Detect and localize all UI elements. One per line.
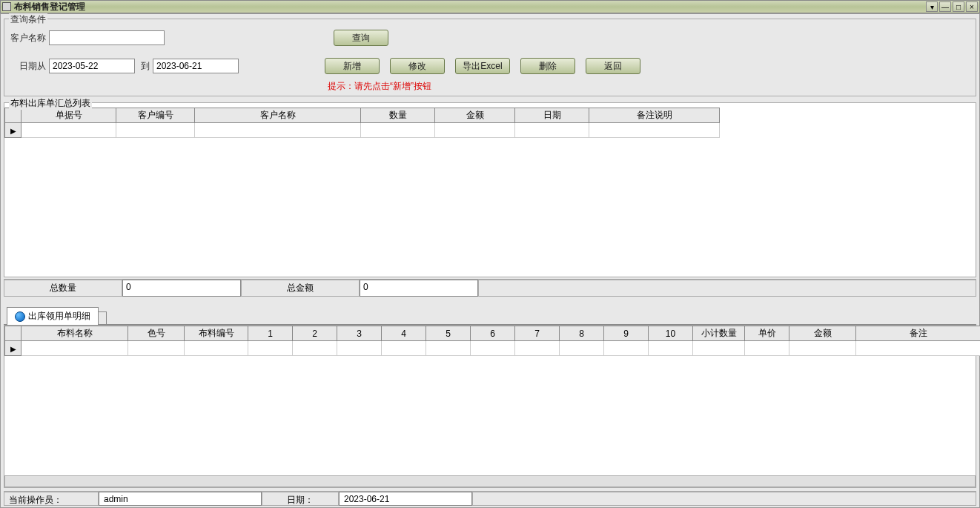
globe-icon: [15, 311, 25, 322]
detail-grid-body[interactable]: [4, 356, 976, 475]
current-row-arrow-icon: ▶: [10, 345, 16, 353]
close-button[interactable]: ×: [966, 1, 978, 12]
date-to-label: 到: [141, 60, 150, 73]
current-row-arrow-icon: ▶: [10, 127, 16, 135]
col-1[interactable]: 1: [248, 326, 293, 341]
table-row[interactable]: ▶: [5, 123, 720, 138]
total-amount-value: 0: [360, 280, 478, 297]
tab-outbound-detail[interactable]: 出库领用单明细: [7, 307, 99, 325]
col-price[interactable]: 单价: [745, 326, 789, 341]
hint-text: 提示：请先点击“新增”按钮: [328, 79, 976, 96]
col-7[interactable]: 7: [515, 326, 560, 341]
total-amount-label: 总金额: [241, 280, 360, 297]
col-cust-name[interactable]: 客户名称: [195, 108, 361, 123]
col-qty[interactable]: 数量: [361, 108, 435, 123]
col-5[interactable]: 5: [426, 326, 471, 341]
search-legend: 查询条件: [9, 13, 47, 26]
col-doc-no[interactable]: 单据号: [21, 108, 116, 123]
col-fabric-no[interactable]: 布料编号: [185, 326, 248, 341]
status-bar: 当前操作员： admin 日期： 2023-06-21: [4, 491, 976, 506]
horizontal-scrollbar[interactable]: [4, 475, 976, 487]
col-6[interactable]: 6: [471, 326, 515, 341]
customer-name-label: 客户名称: [10, 32, 46, 44]
status-operator-label: 当前操作员：: [4, 492, 99, 506]
totals-row: 总数量 0 总金额 0: [4, 279, 976, 297]
search-panel: 查询条件 客户名称 查询 日期从 到 新增 修改 导出Excel 删除 返回 提…: [4, 19, 976, 96]
row-header-corner: [5, 108, 21, 123]
date-from-label: 日期从: [19, 60, 46, 73]
row-indicator: ▶: [5, 341, 21, 356]
table-row[interactable]: ▶: [5, 341, 981, 356]
col-color-no[interactable]: 色号: [128, 326, 185, 341]
col-amount[interactable]: 金额: [435, 108, 515, 123]
minimize-button[interactable]: —: [939, 1, 951, 12]
col-3[interactable]: 3: [337, 326, 382, 341]
col-fabric-name[interactable]: 布料名称: [21, 326, 128, 341]
col-remark[interactable]: 备注说明: [589, 108, 720, 123]
total-qty-value: 0: [122, 280, 241, 297]
col-date[interactable]: 日期: [515, 108, 589, 123]
summary-grid-legend: 布料出库单汇总列表: [9, 97, 92, 110]
tab-label: 出库领用单明细: [28, 310, 90, 323]
col-2[interactable]: 2: [293, 326, 337, 341]
summary-grid-body[interactable]: [4, 138, 976, 277]
detail-grid-panel: 布料名称 色号 布料编号 1 2 3 4 5 6 7 8 9 10 小计数量 单…: [4, 325, 976, 488]
window-title: 布料销售登记管理: [14, 1, 85, 13]
status-date-value: 2023-06-21: [339, 492, 472, 506]
status-operator-value: admin: [99, 492, 262, 506]
col-subtotal[interactable]: 小计数量: [693, 326, 745, 341]
summary-grid-header: 单据号 客户编号 客户名称 数量 金额 日期 备注说明 ▶: [4, 108, 720, 138]
col-cust-no[interactable]: 客户编号: [116, 108, 195, 123]
row-indicator: ▶: [5, 123, 21, 138]
col-4[interactable]: 4: [382, 326, 426, 341]
query-button[interactable]: 查询: [334, 30, 388, 46]
back-button[interactable]: 返回: [586, 58, 640, 74]
window-titlebar[interactable]: 布料销售登记管理 ▾ — □ ×: [0, 0, 980, 13]
customer-name-input[interactable]: [49, 30, 165, 45]
date-to-input[interactable]: [153, 59, 239, 73]
date-from-input[interactable]: [49, 59, 135, 73]
total-qty-label: 总数量: [4, 280, 122, 297]
col-detail-amount[interactable]: 金额: [789, 326, 856, 341]
summary-grid-panel: 布料出库单汇总列表 单据号 客户编号 客户名称 数量 金额 日期 备注说明 ▶: [4, 102, 976, 277]
delete-button[interactable]: 删除: [520, 58, 575, 74]
edit-button[interactable]: 修改: [390, 58, 445, 74]
status-date-label: 日期：: [262, 492, 339, 506]
add-button[interactable]: 新增: [325, 58, 380, 74]
maximize-button[interactable]: □: [953, 1, 964, 12]
col-10[interactable]: 10: [649, 326, 693, 341]
col-detail-remark[interactable]: 备注: [856, 326, 981, 341]
detail-grid-header: 布料名称 色号 布料编号 1 2 3 4 5 6 7 8 9 10 小计数量 单…: [4, 326, 980, 356]
detail-row-header-corner: [5, 326, 21, 341]
app-icon: [2, 2, 11, 11]
restore-down-icon[interactable]: ▾: [926, 1, 938, 12]
col-8[interactable]: 8: [560, 326, 604, 341]
export-excel-button[interactable]: 导出Excel: [455, 58, 510, 74]
col-9[interactable]: 9: [604, 326, 649, 341]
tab-placeholder[interactable]: [98, 311, 107, 325]
detail-tab-strip: 出库领用单明细: [4, 307, 976, 325]
